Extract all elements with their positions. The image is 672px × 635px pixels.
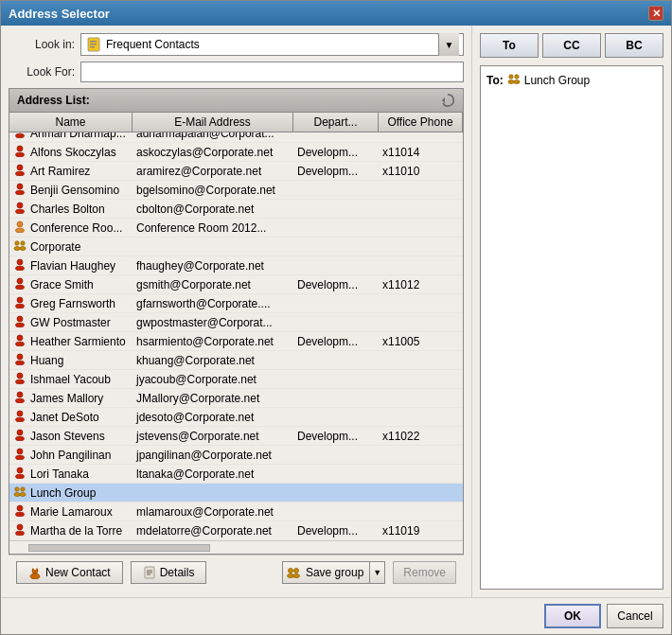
svg-point-12 — [16, 190, 25, 194]
contact-icon — [13, 352, 27, 368]
table-row[interactable]: Conference Roo... Conference Room 2012..… — [9, 219, 463, 238]
look-in-row: Look in: Frequent Contacts ▼ — [9, 33, 464, 56]
new-contact-button[interactable]: New Contact — [16, 561, 123, 584]
cell-phone — [379, 226, 463, 230]
contact-icon — [13, 522, 27, 538]
contact-name: Janet DeSoto — [30, 411, 99, 424]
cell-name: Marie Lamaroux — [9, 502, 133, 521]
bottom-bar: New Contact Details — [9, 555, 464, 590]
remove-button[interactable]: Remove — [393, 561, 456, 584]
table-row[interactable]: Benjii Gensomino bgelsomino@Corporate.ne… — [9, 181, 463, 200]
look-for-input[interactable] — [80, 62, 464, 82]
cell-name: Huang — [9, 350, 133, 370]
cell-dept — [293, 302, 379, 306]
table-row[interactable]: Jason Stevens jstevens@Corporate.net Dev… — [9, 427, 463, 446]
table-row[interactable]: John Pangilinan jpangilinan@Corporate.ne… — [9, 446, 463, 465]
cell-email: mlamaroux@Corporate.net — [133, 503, 293, 520]
table-row[interactable]: Ishmael Yacoub jyacoub@Corporate.net — [9, 370, 463, 389]
svg-point-32 — [16, 361, 25, 364]
table-scroll-area[interactable]: Ahman Dharmap... adharmapalan@Corporat..… — [9, 132, 463, 540]
table-row[interactable]: GW Postmaster gwpostmaster@Corporat... — [9, 313, 463, 332]
svg-point-62 — [293, 569, 298, 573]
table-row[interactable]: Art Ramirez aramirez@Corporate.net Devel… — [9, 162, 463, 181]
cell-email: Conference Room 2012... — [133, 220, 293, 237]
cell-email: ltanaka@Corporate.net — [133, 466, 293, 483]
cell-email: gsmith@Corporate.net — [133, 276, 293, 293]
contacts-book-icon — [85, 36, 102, 53]
svg-point-52 — [16, 531, 25, 535]
horizontal-scrollbar[interactable] — [9, 540, 463, 554]
cell-phone — [379, 321, 463, 325]
contact-name: Conference Roo... — [30, 221, 122, 235]
table-header: Name E-Mail Address Depart... Office Pho… — [9, 113, 463, 132]
bc-button[interactable]: BC — [605, 33, 663, 58]
cell-dept — [293, 207, 379, 211]
table-row[interactable]: Heather Sarmiento hsarmiento@Corporate.n… — [9, 332, 463, 351]
table-row[interactable]: Lunch Group — [9, 484, 463, 503]
col-header-name[interactable]: Name — [9, 113, 133, 132]
to-button[interactable]: To — [480, 33, 539, 58]
contact-name: Martha de la Torre — [30, 524, 122, 538]
svg-point-28 — [16, 323, 25, 326]
ok-cancel-bar: OK Cancel — [1, 597, 671, 634]
contact-icon — [13, 390, 27, 406]
cell-dept — [293, 491, 379, 495]
look-in-dropdown[interactable]: Frequent Contacts ▼ — [80, 33, 464, 56]
cell-name: Art Ramirez — [9, 161, 133, 181]
table-row[interactable]: James Mallory JMallory@Corporate.net — [9, 389, 463, 408]
col-header-phone[interactable]: Office Phone — [379, 113, 463, 132]
table-row[interactable]: Lori Tanaka ltanaka@Corporate.net — [9, 465, 463, 484]
col-header-dept[interactable]: Depart... — [293, 113, 379, 132]
table-row[interactable]: Martha de la Torre mdelatorre@Corporate.… — [9, 521, 463, 540]
cell-name: Conference Roo... — [9, 218, 133, 238]
table-row[interactable]: Flavian Haughey fhaughey@Corporate.net — [9, 256, 463, 275]
recipients-box[interactable]: To: Lunch Group — [480, 65, 663, 590]
cell-email — [133, 245, 293, 249]
save-group-icon — [287, 566, 300, 579]
contact-icon — [13, 163, 27, 179]
cell-email: aramirez@Corporate.net — [133, 163, 293, 180]
cell-dept: Developm... — [293, 522, 379, 539]
table-row[interactable]: Huang khuang@Corporate.net — [9, 351, 463, 370]
svg-point-16 — [16, 228, 25, 232]
svg-point-61 — [288, 569, 292, 573]
svg-point-14 — [16, 209, 25, 213]
contact-name: Lunch Group — [30, 486, 96, 500]
table-row[interactable]: Greg Farnsworth gfarnsworth@Corporate...… — [9, 294, 463, 313]
svg-point-21 — [17, 259, 23, 265]
table-row[interactable]: Alfons Skoczylas askoczylas@Corporate.ne… — [9, 143, 463, 162]
cell-phone — [379, 359, 463, 362]
table-row[interactable]: Grace Smith gsmith@Corporate.net Develop… — [9, 275, 463, 294]
ok-button[interactable]: OK — [544, 604, 601, 628]
table-row[interactable]: Marie Lamaroux mlamaroux@Corporate.net — [9, 503, 463, 521]
contact-name: Flavian Haughey — [30, 259, 115, 273]
close-button[interactable]: ✕ — [648, 6, 663, 21]
details-button[interactable]: Details — [131, 561, 207, 584]
table-row[interactable]: Charles Bolton cbolton@Corporate.net — [9, 200, 463, 219]
contact-icon — [13, 276, 27, 292]
svg-point-15 — [17, 221, 23, 227]
cell-dept: Developm... — [293, 428, 379, 445]
cell-name: Jason Stevens — [9, 426, 133, 446]
cell-dept — [293, 264, 379, 268]
cell-phone — [379, 245, 463, 249]
save-group-button[interactable]: Save group ▼ — [282, 561, 385, 584]
save-group-arrow[interactable]: ▼ — [369, 561, 384, 584]
look-in-arrow[interactable]: ▼ — [438, 33, 459, 56]
table-row[interactable]: Janet DeSoto jdesoto@Corporate.net — [9, 408, 463, 427]
contact-name: Lori Tanaka — [30, 467, 89, 481]
col-header-email[interactable]: E-Mail Address — [133, 113, 293, 132]
cancel-button[interactable]: Cancel — [607, 604, 663, 628]
table-row[interactable]: Corporate — [9, 238, 463, 256]
details-icon — [143, 566, 156, 579]
cell-name: Lunch Group — [9, 483, 133, 503]
contact-name: James Mallory — [30, 392, 103, 405]
contact-icon — [13, 466, 27, 482]
refresh-icon[interactable] — [440, 93, 455, 108]
cell-email: adharmapalan@Corporat... — [133, 132, 293, 142]
cell-phone — [379, 397, 463, 400]
left-panel: Look in: Frequent Contacts ▼ — [1, 26, 472, 597]
cell-name: Benjii Gensomino — [9, 180, 133, 200]
cc-button[interactable]: CC — [542, 33, 601, 58]
svg-point-22 — [16, 266, 25, 270]
